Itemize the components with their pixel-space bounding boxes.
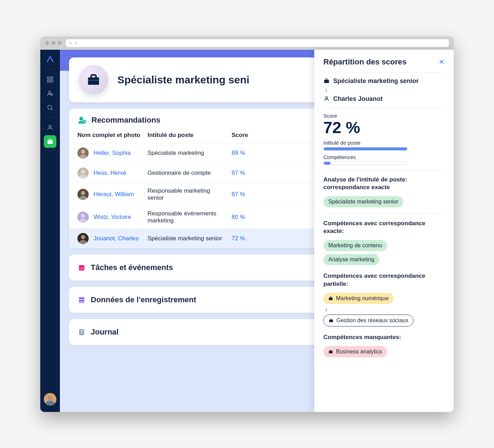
svg-rect-30 [79,302,84,303]
briefcase-icon [323,78,330,84]
person-icon[interactable] [44,121,56,134]
exact-heading: Compétences avec correspondance exacte: [323,220,445,235]
job-row: Spécialiste marketing senior [323,77,445,85]
score-cell: 87 % [232,170,245,177]
arrow-down-icon: ↓ [325,87,445,93]
score-cell: 89 % [232,150,245,157]
svg-rect-36 [329,351,333,353]
bar2-label: Compétences [323,154,445,160]
missing-heading: Compétences manquantes: [323,333,445,341]
sidebar [40,50,60,412]
job-title-cell: Spécialiste marketing senior [147,235,232,242]
briefcase-icon [79,65,108,95]
panel-title: Répartition des scores [323,57,406,67]
svg-point-23 [79,219,87,223]
svg-point-0 [52,59,53,61]
svg-point-6 [51,94,53,95]
avatar [77,233,89,244]
bar-title [323,147,407,151]
page-title: Spécialiste marketing seni [117,74,249,86]
missing-pill: Business analytics [323,346,387,357]
logo-icon[interactable] [46,55,54,63]
skill-pill: Marketing de contenu [323,240,387,251]
person-link[interactable]: Hess, Hervé [94,170,147,177]
calendar-icon [77,263,86,272]
person-icon [323,96,330,102]
score-cell: 87 % [232,191,245,198]
svg-rect-3 [48,80,50,82]
briefcase-icon [329,318,334,323]
score-panel: Répartition des scores ✕ Spécialiste mar… [314,50,454,412]
svg-point-22 [81,214,85,218]
col-name-header: Nom complet et photo [77,132,147,139]
traffic-dot[interactable] [58,41,62,45]
briefcase-icon [328,296,333,301]
grid-icon[interactable] [44,73,56,86]
url-bar[interactable]: < > [66,39,449,47]
svg-rect-12 [88,77,99,85]
col-score-header: Score [232,132,253,139]
person-link[interactable]: Jouanot, Charles [94,235,147,242]
svg-point-24 [81,235,85,239]
user-avatar[interactable] [44,393,56,406]
svg-point-33 [325,97,328,99]
arrow-down-icon: ↓ [325,306,445,312]
avatar [77,212,89,223]
skill-pill: Analyse marketing [323,254,379,265]
archive-icon [77,296,86,304]
svg-point-25 [79,240,87,244]
traffic-dot[interactable] [52,41,55,45]
bar-skills [323,161,407,165]
svg-point-7 [48,105,52,109]
titlebar: < > [40,36,454,50]
partial-to-pill: Gestion des réseaux sociaux [323,315,413,326]
svg-rect-4 [51,80,53,82]
partial-from-pill: Marketing numérique [323,293,393,304]
job-title-cell: Gestionnaire de compte [147,170,232,177]
score-value: 72 % [323,119,445,137]
svg-rect-2 [51,77,53,79]
score-cell: 80 % [232,214,245,221]
journal-icon [77,328,86,336]
svg-point-17 [79,154,87,159]
close-icon[interactable]: ✕ [439,58,445,66]
traffic-dot[interactable] [45,41,49,45]
svg-rect-1 [48,77,50,79]
svg-rect-28 [79,297,84,299]
score-cell: 72 % [232,235,245,242]
job-title-cell: Responsable événements marketing [147,210,232,224]
svg-point-19 [79,174,87,179]
user-group-icon[interactable] [44,87,56,100]
svg-point-14 [79,117,83,120]
match-pill: Spécialiste marketing senior [323,196,403,207]
analysis-heading: Analyse de l'intitulé de poste: correspo… [323,176,445,191]
svg-rect-32 [324,80,329,83]
person-link[interactable]: Wistz, Victoire [94,214,147,221]
search-icon[interactable] [44,101,56,114]
svg-point-21 [79,196,87,200]
avatar [77,167,89,179]
svg-point-10 [48,395,53,400]
job-title-cell: Spécialiste marketing [147,150,232,157]
svg-point-11 [45,401,55,406]
svg-point-20 [81,191,85,195]
person-link[interactable]: Héraut, William [94,191,147,198]
svg-point-5 [48,91,51,94]
nav-arrows-icon: < > [69,40,78,46]
partial-heading: Compétences avec correspondance partiell… [323,272,445,288]
avatar [77,189,89,200]
job-title-cell: Responsable marketing senior [147,187,232,201]
avatar [77,147,89,159]
score-label: Score [323,113,445,119]
traffic-lights [45,41,62,45]
user-check-icon [77,116,87,125]
person-row: Charles Jouanot [323,95,445,103]
person-link[interactable]: Heller, Sophia [94,150,147,157]
svg-rect-13 [88,80,99,81]
col-title-header: Intitulé du poste [147,132,232,139]
svg-rect-9 [48,140,53,144]
svg-point-16 [81,150,85,154]
briefcase-icon[interactable] [44,135,56,148]
svg-point-18 [81,170,85,174]
svg-rect-35 [329,319,333,322]
